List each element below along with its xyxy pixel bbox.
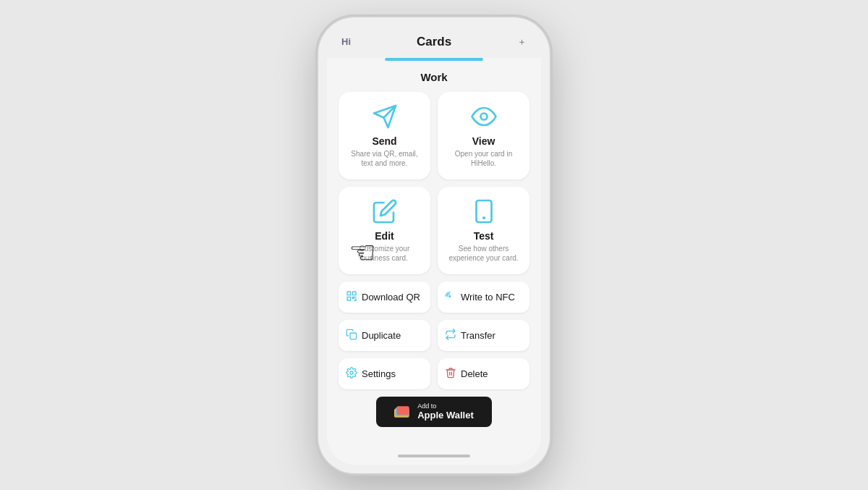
download-qr-label: Download QR <box>362 292 420 303</box>
apple-wallet-icon <box>394 406 412 418</box>
action-row-2: Duplicate Transfer <box>339 320 529 351</box>
settings-label: Settings <box>362 368 396 379</box>
wallet-add-label: Add to <box>417 402 474 410</box>
test-icon <box>471 198 497 224</box>
nfc-icon <box>445 290 456 304</box>
delete-label: Delete <box>461 368 488 379</box>
download-qr-button[interactable]: Download QR <box>339 282 430 313</box>
delete-button[interactable]: Delete <box>438 358 529 389</box>
qr-icon <box>346 290 357 304</box>
scroll-content: Work Send Share via QR, email, text and … <box>327 62 541 447</box>
phone-frame: Hi Cards ＋ Work <box>318 17 550 473</box>
wallet-text: Add to Apple Wallet <box>417 402 474 421</box>
svg-rect-9 <box>352 297 354 298</box>
send-card[interactable]: Send Share via QR, email, text and more. <box>339 92 430 179</box>
edit-card[interactable]: Edit Customize your business card. <box>339 187 430 274</box>
home-bar <box>398 455 470 457</box>
svg-point-15 <box>350 371 353 374</box>
duplicate-label: Duplicate <box>362 330 401 341</box>
add-button[interactable]: ＋ <box>517 35 527 48</box>
section-title: Work <box>339 71 529 83</box>
duplicate-button[interactable]: Duplicate <box>339 320 430 351</box>
svg-rect-8 <box>347 297 351 300</box>
edit-icon <box>372 198 398 224</box>
action-row-3: Settings Delete <box>339 358 529 389</box>
accent-bar <box>385 58 483 61</box>
test-card-title: Test <box>474 230 494 242</box>
duplicate-icon <box>346 329 357 342</box>
delete-icon <box>445 367 456 381</box>
nav-back-label[interactable]: Hi <box>341 36 351 47</box>
power-button <box>550 144 553 196</box>
phone-wrapper: ☞ Hi Cards ＋ Work <box>318 17 550 473</box>
svg-point-2 <box>480 113 487 119</box>
edit-card-title: Edit <box>375 230 393 242</box>
page-title: Cards <box>417 35 451 49</box>
svg-rect-18 <box>397 406 409 415</box>
svg-point-13 <box>449 295 451 297</box>
svg-rect-6 <box>347 292 351 295</box>
test-card-subtitle: See how others experience your card. <box>446 244 521 263</box>
send-card-title: Send <box>372 135 396 147</box>
svg-rect-14 <box>350 333 357 339</box>
edit-card-subtitle: Customize your business card. <box>347 244 422 263</box>
write-nfc-label: Write to NFC <box>461 292 515 303</box>
apple-wallet-button[interactable]: Add to Apple Wallet <box>376 397 492 427</box>
send-card-subtitle: Share via QR, email, text and more. <box>347 149 422 168</box>
write-nfc-button[interactable]: Write to NFC <box>438 282 529 313</box>
view-card[interactable]: View Open your card in HiHello. <box>438 92 529 179</box>
view-icon <box>471 104 497 130</box>
navigation-bar: Hi Cards ＋ <box>327 26 541 58</box>
phone-screen: Hi Cards ＋ Work <box>327 26 541 465</box>
view-card-title: View <box>472 135 495 147</box>
settings-icon <box>346 367 357 381</box>
svg-point-5 <box>483 217 485 219</box>
action-cards-grid: Send Share via QR, email, text and more.… <box>339 92 529 274</box>
home-indicator[interactable] <box>327 447 541 465</box>
test-card[interactable]: Test See how others experience your card… <box>438 187 529 274</box>
svg-rect-7 <box>352 292 356 295</box>
apple-wallet-container: Add to Apple Wallet <box>339 397 529 427</box>
send-icon <box>372 104 398 130</box>
wallet-name-label: Apple Wallet <box>417 410 474 421</box>
transfer-button[interactable]: Transfer <box>438 320 529 351</box>
action-row-1: Download QR Write to NFC <box>339 282 529 313</box>
transfer-label: Transfer <box>461 330 495 341</box>
transfer-icon <box>445 329 456 342</box>
view-card-subtitle: Open your card in HiHello. <box>446 149 521 168</box>
settings-button[interactable]: Settings <box>339 358 430 389</box>
